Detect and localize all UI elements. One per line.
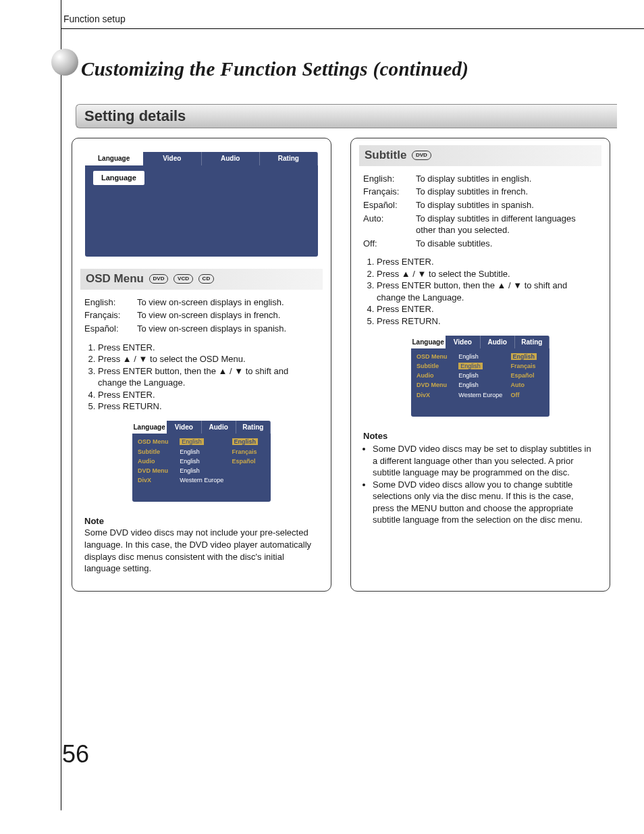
tab-video: Video — [446, 336, 480, 349]
tab-language: Language — [85, 152, 143, 165]
menu-value: English — [180, 457, 226, 465]
option: Español — [232, 457, 265, 465]
subtitle-def-val: To display subtitles in spanish. — [416, 199, 597, 211]
subtitle-def-key: Auto: — [363, 213, 412, 236]
osd-step: Press ENTER button, then the ▲ / ▼ to sh… — [98, 365, 319, 389]
osd-def-val: To view on-screen displays in spanish. — [137, 323, 319, 335]
screen-tabs: Language Video Audio Rating — [85, 152, 318, 165]
osd-definitions: English:To view on-screen displays in en… — [84, 296, 319, 335]
subtitle-def-val: To display subtitles in english. — [416, 173, 597, 185]
subtitle-step: Press ENTER button, then the ▲ / ▼ to sh… — [377, 280, 597, 303]
subtitle-def-val: To disable subtitles. — [416, 238, 597, 250]
screen-tabs: Language Video Audio Rating — [411, 336, 549, 349]
option: Auto — [511, 381, 544, 389]
menu-value: Western Europe — [458, 391, 505, 399]
menu-value: English — [458, 371, 505, 380]
subtitle-def-val: To display subtitles in different langua… — [416, 213, 597, 236]
osd-heading-bar: OSD Menu DVD VCD CD — [80, 269, 323, 290]
menu-label: DVD Menu — [138, 467, 174, 475]
subtitle-step: Press RETURN. — [377, 315, 597, 328]
menu-label: OSD Menu — [138, 438, 174, 446]
option: Français — [511, 362, 544, 370]
osd-def-key: Español: — [84, 323, 133, 335]
subtitle-notes-list: Some DVD video discs may be set to displ… — [363, 443, 597, 526]
osd-step: Press ▲ / ▼ to select the OSD Menu. — [98, 353, 319, 365]
menu-value: English — [180, 448, 226, 456]
tab-audio: Audio — [481, 336, 515, 349]
subtitle-step: Press ENTER. — [377, 256, 597, 268]
osd-menu-grid: OSD Menu English English Subtitle Englis… — [132, 434, 271, 488]
language-pill: Language — [93, 171, 144, 185]
osd-def-val: To view on-screen displays in french. — [137, 309, 319, 321]
subtitle-note: Some DVD video discs may be set to displ… — [373, 443, 597, 479]
subtitle-def-key: English: — [363, 173, 412, 185]
osd-step: Press ENTER. — [98, 342, 319, 354]
osd-note-heading: Note — [84, 515, 319, 527]
menu-value: English — [458, 381, 505, 389]
tab-audio: Audio — [202, 152, 260, 165]
osd-def-key: English: — [84, 296, 133, 309]
tab-rating: Rating — [260, 152, 318, 165]
subtitle-def-key: Español: — [363, 199, 412, 211]
menu-value: English — [458, 353, 505, 361]
tab-rating: Rating — [515, 336, 549, 349]
subtitle-def-key: Français: — [363, 186, 412, 198]
page-number: 56 — [62, 740, 617, 768]
tab-audio: Audio — [202, 421, 236, 434]
setting-details-heading-bar: Setting details — [76, 104, 617, 128]
osd-step: Press ENTER. — [98, 389, 319, 401]
menu-value-highlight: English — [180, 438, 204, 445]
menu-label: DivX — [138, 476, 174, 484]
subtitle-step: Press ENTER. — [377, 303, 597, 315]
osd-note-text: Some DVD video discs may not include you… — [84, 527, 319, 574]
decorative-sphere — [51, 49, 78, 76]
osd-top-screen: Language Video Audio Rating Language — [85, 152, 318, 257]
menu-value: Western Europe — [180, 476, 226, 484]
option: Español — [511, 371, 544, 380]
section-label: Function setup — [63, 14, 617, 24]
osd-steps: Press ENTER. Press ▲ / ▼ to select the O… — [84, 342, 319, 413]
osd-menu-panel: Language Video Audio Rating Language OSD… — [72, 138, 331, 592]
option: Off — [511, 391, 544, 399]
screen-tabs: Language Video Audio Rating — [132, 421, 271, 434]
tab-video: Video — [143, 152, 201, 165]
badge-dvd: DVD — [412, 151, 431, 160]
menu-label: Audio — [417, 371, 453, 380]
option-highlight: English — [232, 438, 259, 445]
tab-language: Language — [411, 336, 446, 349]
tab-rating: Rating — [236, 421, 271, 434]
option: Français — [232, 448, 265, 456]
menu-label: OSD Menu — [417, 353, 453, 361]
menu-label: DivX — [417, 391, 453, 399]
osd-bottom-screen: Language Video Audio Rating OSD Menu Eng… — [132, 421, 271, 502]
subtitle-heading: Subtitle — [365, 149, 406, 161]
subtitle-heading-bar: Subtitle DVD — [359, 145, 601, 166]
page-title: Customizing the Function Settings (conti… — [81, 58, 617, 80]
option-highlight: English — [511, 353, 537, 360]
subtitle-steps: Press ENTER. Press ▲ / ▼ to select the S… — [363, 256, 597, 327]
badge-cd: CD — [198, 274, 215, 284]
subtitle-step: Press ▲ / ▼ to select the Subtitle. — [377, 268, 597, 280]
osd-heading: OSD Menu — [86, 272, 144, 285]
menu-label: Audio — [138, 457, 174, 465]
subtitle-note: Some DVD video discs allow you to change… — [373, 479, 597, 526]
subtitle-screen: Language Video Audio Rating OSD Menu Eng… — [411, 336, 549, 417]
setting-details-heading: Setting details — [84, 107, 609, 125]
tab-video: Video — [167, 421, 201, 434]
tab-language: Language — [132, 421, 167, 434]
menu-label: Subtitle — [138, 448, 174, 456]
subtitle-def-key: Off: — [363, 238, 412, 250]
osd-def-key: Français: — [84, 309, 133, 321]
badge-vcd: VCD — [173, 274, 193, 284]
subtitle-panel: Subtitle DVD English:To display subtitle… — [350, 138, 610, 592]
osd-step: Press RETURN. — [98, 400, 319, 413]
osd-def-val: To view on-screen displays in english. — [137, 296, 319, 309]
menu-label: DVD Menu — [417, 381, 453, 389]
badge-dvd: DVD — [149, 274, 169, 284]
subtitle-definitions: English:To display subtitles in english.… — [363, 173, 597, 249]
subtitle-menu-grid: OSD Menu English English Subtitle Englis… — [411, 348, 549, 403]
menu-label: Subtitle — [417, 362, 453, 370]
subtitle-notes-heading: Notes — [363, 430, 597, 442]
menu-value-highlight: English — [458, 363, 483, 369]
menu-value: English — [180, 467, 226, 475]
